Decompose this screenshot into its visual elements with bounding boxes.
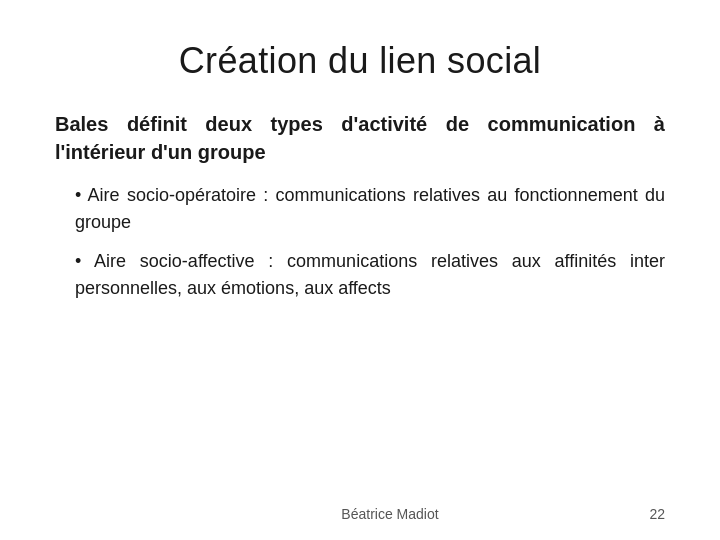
footer-author: Béatrice Madiot — [60, 506, 720, 522]
bullet-list: Aire socio-opératoire : communications r… — [55, 182, 665, 314]
bullet-item-2: Aire socio-affective : communications re… — [75, 248, 665, 302]
footer-page-number: 22 — [649, 506, 665, 522]
main-paragraph: Bales définit deux types d'activité de c… — [55, 110, 665, 166]
slide-footer: Béatrice Madiot 22 — [0, 506, 720, 522]
slide-container: Création du lien social Bales définit de… — [0, 0, 720, 540]
bullet-item-1: Aire socio-opératoire : communications r… — [75, 182, 665, 236]
slide-title: Création du lien social — [55, 40, 665, 82]
